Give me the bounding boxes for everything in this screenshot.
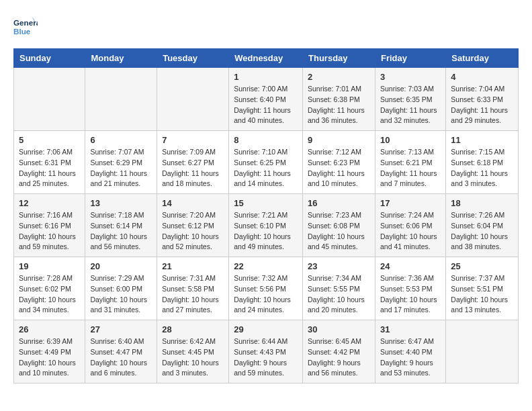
header-cell-friday: Friday	[375, 49, 445, 68]
calendar-cell: 2Sunrise: 7:01 AM Sunset: 6:38 PM Daylig…	[303, 68, 375, 131]
day-info: Sunrise: 7:16 AM Sunset: 6:16 PM Dayligh…	[19, 210, 80, 253]
day-info: Sunrise: 7:10 AM Sunset: 6:25 PM Dayligh…	[234, 147, 298, 189]
calendar-cell: 19Sunrise: 7:28 AM Sunset: 6:02 PM Dayli…	[14, 257, 85, 320]
calendar-cell	[157, 68, 229, 131]
calendar-cell: 22Sunrise: 7:32 AM Sunset: 5:56 PM Dayli…	[229, 257, 303, 320]
day-number: 20	[90, 261, 152, 271]
header-cell-thursday: Thursday	[303, 49, 375, 68]
calendar-cell	[14, 68, 85, 131]
header-cell-sunday: Sunday	[14, 49, 85, 68]
day-number: 21	[162, 261, 224, 271]
calendar-cell: 20Sunrise: 7:29 AM Sunset: 6:00 PM Dayli…	[85, 257, 157, 320]
day-number: 7	[162, 135, 224, 145]
calendar-cell: 17Sunrise: 7:24 AM Sunset: 6:06 PM Dayli…	[375, 194, 445, 257]
day-number: 23	[308, 261, 370, 271]
day-number: 1	[234, 72, 298, 82]
calendar-cell: 14Sunrise: 7:20 AM Sunset: 6:12 PM Dayli…	[157, 194, 229, 257]
day-number: 5	[19, 135, 80, 145]
calendar-cell: 27Sunrise: 6:40 AM Sunset: 4:47 PM Dayli…	[85, 320, 157, 383]
day-number: 28	[162, 324, 224, 334]
calendar-cell: 11Sunrise: 7:15 AM Sunset: 6:18 PM Dayli…	[446, 131, 519, 194]
week-row-5: 26Sunrise: 6:39 AM Sunset: 4:49 PM Dayli…	[14, 320, 519, 383]
day-info: Sunrise: 6:39 AM Sunset: 4:49 PM Dayligh…	[19, 336, 80, 379]
day-number: 27	[90, 324, 152, 334]
calendar-cell: 21Sunrise: 7:31 AM Sunset: 5:58 PM Dayli…	[157, 257, 229, 320]
day-info: Sunrise: 7:24 AM Sunset: 6:06 PM Dayligh…	[380, 210, 441, 253]
day-info: Sunrise: 7:15 AM Sunset: 6:18 PM Dayligh…	[451, 147, 513, 189]
calendar-body: 1Sunrise: 7:00 AM Sunset: 6:40 PM Daylig…	[14, 68, 519, 383]
day-info: Sunrise: 7:23 AM Sunset: 6:08 PM Dayligh…	[308, 210, 370, 253]
day-number: 17	[380, 198, 441, 208]
calendar-cell: 18Sunrise: 7:26 AM Sunset: 6:04 PM Dayli…	[446, 194, 519, 257]
header-cell-monday: Monday	[85, 49, 157, 68]
day-info: Sunrise: 7:01 AM Sunset: 6:38 PM Dayligh…	[308, 84, 370, 126]
header-cell-wednesday: Wednesday	[229, 49, 303, 68]
day-number: 2	[308, 72, 370, 82]
day-info: Sunrise: 6:42 AM Sunset: 4:45 PM Dayligh…	[162, 336, 224, 379]
day-info: Sunrise: 7:36 AM Sunset: 5:53 PM Dayligh…	[380, 273, 441, 316]
logo-icon: General Blue	[13, 13, 38, 38]
calendar-cell: 24Sunrise: 7:36 AM Sunset: 5:53 PM Dayli…	[375, 257, 445, 320]
day-number: 19	[19, 261, 80, 271]
header-row: SundayMondayTuesdayWednesdayThursdayFrid…	[14, 49, 519, 68]
day-info: Sunrise: 7:21 AM Sunset: 6:10 PM Dayligh…	[234, 210, 298, 253]
header-cell-saturday: Saturday	[446, 49, 519, 68]
week-row-2: 5Sunrise: 7:06 AM Sunset: 6:31 PM Daylig…	[14, 131, 519, 194]
day-info: Sunrise: 7:34 AM Sunset: 5:55 PM Dayligh…	[308, 273, 370, 316]
calendar-table: SundayMondayTuesdayWednesdayThursdayFrid…	[13, 48, 519, 383]
header-cell-tuesday: Tuesday	[157, 49, 229, 68]
day-info: Sunrise: 7:07 AM Sunset: 6:29 PM Dayligh…	[90, 147, 152, 189]
calendar-cell	[446, 320, 519, 383]
week-row-3: 12Sunrise: 7:16 AM Sunset: 6:16 PM Dayli…	[14, 194, 519, 257]
calendar-cell: 16Sunrise: 7:23 AM Sunset: 6:08 PM Dayli…	[303, 194, 375, 257]
day-number: 11	[451, 135, 513, 145]
day-number: 25	[451, 261, 513, 271]
day-number: 16	[308, 198, 370, 208]
calendar-cell: 23Sunrise: 7:34 AM Sunset: 5:55 PM Dayli…	[303, 257, 375, 320]
day-number: 4	[451, 72, 513, 82]
day-info: Sunrise: 7:12 AM Sunset: 6:23 PM Dayligh…	[308, 147, 370, 189]
week-row-4: 19Sunrise: 7:28 AM Sunset: 6:02 PM Dayli…	[14, 257, 519, 320]
calendar-header: SundayMondayTuesdayWednesdayThursdayFrid…	[14, 49, 519, 68]
day-number: 9	[308, 135, 370, 145]
day-info: Sunrise: 7:28 AM Sunset: 6:02 PM Dayligh…	[19, 273, 80, 316]
calendar-cell: 3Sunrise: 7:03 AM Sunset: 6:35 PM Daylig…	[375, 68, 445, 131]
calendar-cell: 25Sunrise: 7:37 AM Sunset: 5:51 PM Dayli…	[446, 257, 519, 320]
day-info: Sunrise: 7:04 AM Sunset: 6:33 PM Dayligh…	[451, 84, 513, 126]
calendar-cell	[85, 68, 157, 131]
calendar-cell: 8Sunrise: 7:10 AM Sunset: 6:25 PM Daylig…	[229, 131, 303, 194]
calendar-cell: 28Sunrise: 6:42 AM Sunset: 4:45 PM Dayli…	[157, 320, 229, 383]
day-info: Sunrise: 7:13 AM Sunset: 6:21 PM Dayligh…	[380, 147, 441, 189]
day-number: 29	[234, 324, 298, 334]
day-info: Sunrise: 7:20 AM Sunset: 6:12 PM Dayligh…	[162, 210, 224, 253]
calendar-cell: 1Sunrise: 7:00 AM Sunset: 6:40 PM Daylig…	[229, 68, 303, 131]
day-info: Sunrise: 6:47 AM Sunset: 4:40 PM Dayligh…	[380, 336, 441, 379]
day-number: 31	[380, 324, 441, 334]
calendar-cell: 5Sunrise: 7:06 AM Sunset: 6:31 PM Daylig…	[14, 131, 85, 194]
day-info: Sunrise: 7:32 AM Sunset: 5:56 PM Dayligh…	[234, 273, 298, 316]
calendar-cell: 30Sunrise: 6:45 AM Sunset: 4:42 PM Dayli…	[303, 320, 375, 383]
day-info: Sunrise: 6:44 AM Sunset: 4:43 PM Dayligh…	[234, 336, 298, 379]
calendar-cell: 9Sunrise: 7:12 AM Sunset: 6:23 PM Daylig…	[303, 131, 375, 194]
calendar-cell: 13Sunrise: 7:18 AM Sunset: 6:14 PM Dayli…	[85, 194, 157, 257]
day-info: Sunrise: 7:31 AM Sunset: 5:58 PM Dayligh…	[162, 273, 224, 316]
day-number: 24	[380, 261, 441, 271]
logo: General Blue	[13, 13, 40, 38]
calendar-cell: 10Sunrise: 7:13 AM Sunset: 6:21 PM Dayli…	[375, 131, 445, 194]
day-info: Sunrise: 7:26 AM Sunset: 6:04 PM Dayligh…	[451, 210, 513, 253]
svg-text:General: General	[13, 18, 38, 27]
day-info: Sunrise: 6:40 AM Sunset: 4:47 PM Dayligh…	[90, 336, 152, 379]
day-info: Sunrise: 7:06 AM Sunset: 6:31 PM Dayligh…	[19, 147, 80, 189]
day-info: Sunrise: 6:45 AM Sunset: 4:42 PM Dayligh…	[308, 336, 370, 379]
calendar-cell: 31Sunrise: 6:47 AM Sunset: 4:40 PM Dayli…	[375, 320, 445, 383]
day-number: 14	[162, 198, 224, 208]
calendar-cell: 7Sunrise: 7:09 AM Sunset: 6:27 PM Daylig…	[157, 131, 229, 194]
calendar-cell: 29Sunrise: 6:44 AM Sunset: 4:43 PM Dayli…	[229, 320, 303, 383]
day-number: 6	[90, 135, 152, 145]
week-row-1: 1Sunrise: 7:00 AM Sunset: 6:40 PM Daylig…	[14, 68, 519, 131]
svg-text:Blue: Blue	[13, 27, 31, 36]
calendar-cell: 15Sunrise: 7:21 AM Sunset: 6:10 PM Dayli…	[229, 194, 303, 257]
day-number: 18	[451, 198, 513, 208]
calendar-cell: 4Sunrise: 7:04 AM Sunset: 6:33 PM Daylig…	[446, 68, 519, 131]
day-number: 22	[234, 261, 298, 271]
